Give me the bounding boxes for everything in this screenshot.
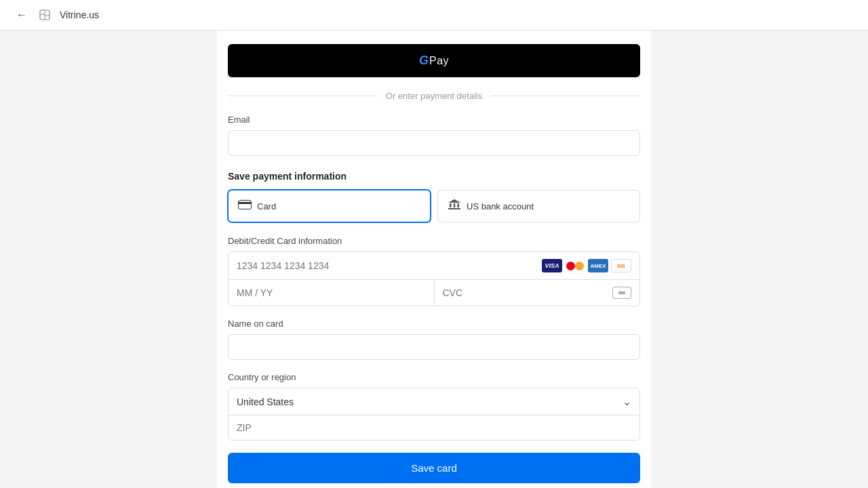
cvc-row <box>435 280 640 306</box>
expiry-input[interactable] <box>229 280 435 306</box>
country-region-box: United States ⌄ <box>228 388 640 441</box>
country-value: United States <box>237 396 623 407</box>
email-label: Email <box>228 115 640 125</box>
tab-card-label: Card <box>257 201 276 211</box>
card-number-input[interactable] <box>237 260 542 271</box>
card-info-label: Debit/Credit Card information <box>228 236 640 246</box>
svg-rect-6 <box>454 203 456 207</box>
tab-bank[interactable]: US bank account <box>437 190 640 222</box>
cvc-icon <box>612 287 631 299</box>
save-payment-title: Save payment information <box>228 171 640 182</box>
amex-logo: AMEX <box>588 259 608 272</box>
payment-divider: Or enter payment details <box>228 91 640 101</box>
card-bottom-row <box>229 280 639 306</box>
card-fields: VISA AMEX DIS <box>228 251 640 306</box>
gpay-text: Pay <box>429 55 449 67</box>
browser-url[interactable]: Vitrine.us <box>60 9 99 20</box>
card-number-row: VISA AMEX DIS <box>229 252 639 280</box>
save-payment-section: Save payment information Card <box>228 171 640 222</box>
mastercard-logo <box>565 259 585 272</box>
svg-rect-8 <box>448 208 460 209</box>
name-on-card-label: Name on card <box>228 319 640 329</box>
divider-line-left <box>228 96 378 96</box>
divider-line-right <box>490 96 640 96</box>
card-info-section: Debit/Credit Card information VISA AMEX <box>228 236 640 306</box>
card-tab-icon <box>238 200 252 212</box>
payment-tabs: Card US bank account <box>228 190 640 222</box>
discover-logo: DIS <box>611 259 631 272</box>
bank-tab-icon <box>448 199 461 214</box>
svg-marker-4 <box>448 199 460 203</box>
chevron-down-icon: ⌄ <box>623 395 631 408</box>
country-region-section: Country or region United States ⌄ <box>228 372 640 441</box>
site-icon <box>38 8 52 22</box>
email-section: Email <box>228 115 640 171</box>
card-logos: VISA AMEX DIS <box>542 259 631 272</box>
country-select[interactable]: United States ⌄ <box>229 388 639 415</box>
payment-form: G Pay Or enter payment details Email Sav… <box>217 30 651 488</box>
save-card-button[interactable]: Save card <box>228 453 640 483</box>
country-label: Country or region <box>228 372 640 382</box>
visa-logo: VISA <box>542 259 562 272</box>
name-on-card-input[interactable] <box>228 334 640 360</box>
name-on-card-section: Name on card <box>228 319 640 372</box>
svg-rect-7 <box>458 203 460 207</box>
back-button[interactable]: ← <box>14 7 30 23</box>
zip-input[interactable] <box>229 415 639 440</box>
tab-card[interactable]: Card <box>228 190 431 222</box>
svg-rect-5 <box>450 203 452 207</box>
email-input[interactable] <box>228 130 640 156</box>
gpay-button[interactable]: G Pay <box>228 44 640 77</box>
divider-text: Or enter payment details <box>386 91 482 101</box>
tab-bank-label: US bank account <box>467 201 534 211</box>
browser-bar: ← Vitrine.us <box>0 0 868 30</box>
cvc-input[interactable] <box>443 287 613 298</box>
svg-rect-3 <box>238 202 252 204</box>
svg-rect-2 <box>239 201 252 209</box>
